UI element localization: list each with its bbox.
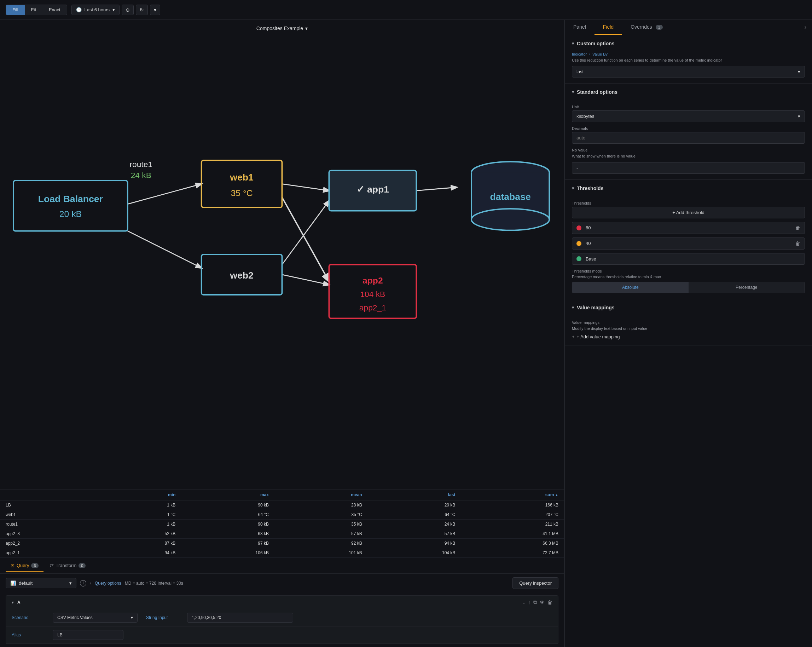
- right-panel-tabs: Panel Field Overrides 1 ›: [565, 20, 812, 35]
- threshold-percentage-btn[interactable]: Percentage: [688, 282, 805, 293]
- query-inspector-button[interactable]: Query inspector: [513, 577, 559, 589]
- cell-name: app2_1: [0, 548, 97, 558]
- svg-text:Load Balancer: Load Balancer: [38, 194, 103, 204]
- tab-transform[interactable]: ⇄ Transform 0: [45, 560, 91, 572]
- refresh-button[interactable]: ↻: [136, 5, 148, 15]
- thresholds-section: ▾ Thresholds Thresholds + Add threshold …: [565, 180, 812, 299]
- cell-sum: 41.1 MB: [461, 529, 564, 539]
- canvas-title: Composites Example ▾: [0, 20, 564, 37]
- value-mappings-header[interactable]: ▾ Value mappings: [565, 299, 812, 316]
- panel-tab-overrides[interactable]: Overrides 1: [622, 20, 671, 35]
- tab-query[interactable]: ⊡ Query 6: [6, 560, 44, 572]
- more-options-button[interactable]: ▾: [150, 5, 160, 15]
- query-a-delete[interactable]: 🗑: [548, 600, 553, 605]
- svg-rect-7: [14, 180, 128, 231]
- query-a-collapse-icon[interactable]: ▾: [12, 600, 14, 605]
- col-min-header[interactable]: min: [97, 489, 181, 500]
- custom-options-header[interactable]: ▾ Custom options: [565, 35, 812, 52]
- cell-sum: 211 kB: [461, 520, 564, 529]
- query-a-toggle-vis[interactable]: 👁: [540, 600, 545, 605]
- info-icon[interactable]: i: [80, 580, 86, 586]
- string-input-field[interactable]: [187, 613, 293, 623]
- cell-name: app2_3: [0, 529, 97, 539]
- transform-tab-icon: ⇄: [50, 563, 54, 568]
- svg-line-2: [282, 184, 329, 191]
- threshold-color-dot-60[interactable]: [577, 225, 582, 230]
- col-mean-header[interactable]: mean: [275, 489, 368, 500]
- cell-max: 106 kB: [181, 548, 275, 558]
- custom-options-title: Custom options: [577, 41, 615, 46]
- datasource-label: default: [19, 580, 32, 586]
- col-max-header[interactable]: max: [181, 489, 275, 500]
- custom-options-section: ▾ Custom options Indicator › Value By Us…: [565, 35, 812, 84]
- custom-options-chevron: ▾: [572, 41, 574, 46]
- query-a-scenario-row: Scenario CSV Metric Values ▾ String Inpu…: [6, 609, 558, 627]
- svg-text:web2: web2: [229, 270, 253, 281]
- query-a-duplicate[interactable]: ⧉: [533, 599, 537, 605]
- exact-button[interactable]: Exact: [43, 5, 67, 15]
- alias-input-field[interactable]: [53, 630, 124, 640]
- svg-line-3: [282, 197, 329, 281]
- time-picker[interactable]: 🕐 Last 6 hours ▾: [72, 5, 120, 15]
- panel-tab-label: Panel: [573, 24, 586, 30]
- svg-rect-17: [329, 171, 416, 211]
- threshold-color-dot-40[interactable]: [577, 241, 582, 246]
- value-mappings-description: Modify the display text based on input v…: [572, 326, 805, 331]
- query-a-header: ▾ A ↓ ↑ ⧉ 👁 🗑: [6, 596, 558, 609]
- zoom-out-button[interactable]: ⊖: [122, 5, 134, 15]
- panel-tab-field[interactable]: Field: [594, 20, 622, 35]
- network-diagram: Load Balancer 20 kB route1 24 kB web1 35…: [0, 20, 564, 489]
- col-name-header[interactable]: [0, 489, 97, 500]
- datasource-select[interactable]: 📊 default ▾: [6, 578, 76, 588]
- threshold-absolute-btn[interactable]: Absolute: [572, 282, 688, 293]
- col-sum-header[interactable]: sum: [461, 489, 564, 500]
- fill-button[interactable]: Fill: [6, 5, 25, 15]
- cell-mean: 35 kB: [275, 520, 368, 529]
- cell-name: app2_2: [0, 539, 97, 548]
- table-row: route1 1 kB 90 kB 35 kB 24 kB 211 kB: [0, 520, 564, 529]
- standard-options-header[interactable]: ▾ Standard options: [565, 84, 812, 101]
- svg-rect-15: [201, 254, 282, 295]
- table-row: app2_1 94 kB 106 kB 101 kB 104 kB 72.7 M…: [0, 548, 564, 558]
- decimals-input[interactable]: [572, 132, 805, 144]
- threshold-color-dot-base[interactable]: [577, 256, 582, 261]
- panel-tab-panel[interactable]: Panel: [565, 20, 594, 35]
- cell-min: 1 kB: [97, 520, 181, 529]
- threshold-delete-60[interactable]: 🗑: [795, 225, 800, 231]
- value-by-select[interactable]: last ▾: [572, 66, 805, 78]
- threshold-delete-40[interactable]: 🗑: [795, 241, 800, 246]
- add-threshold-button[interactable]: + Add threshold: [572, 207, 805, 219]
- table-row: LB 1 kB 90 kB 28 kB 20 kB 166 kB: [0, 500, 564, 510]
- col-last-header[interactable]: last: [368, 489, 461, 500]
- svg-point-27: [472, 209, 549, 230]
- threshold-value-40: 40: [586, 241, 791, 246]
- query-options-arrow: ›: [90, 581, 91, 586]
- cell-sum: 207 °C: [461, 510, 564, 520]
- value-mappings-title: Value mappings: [577, 305, 615, 310]
- cell-name: web1: [0, 510, 97, 520]
- svg-text:24 kB: 24 kB: [131, 171, 151, 180]
- chevron-down-icon: ▾: [305, 26, 308, 31]
- cell-mean: 92 kB: [275, 539, 368, 548]
- cell-name: route1: [0, 520, 97, 529]
- thresholds-header[interactable]: ▾ Thresholds: [565, 180, 812, 197]
- add-value-mapping-button[interactable]: + + Add value mapping: [572, 334, 805, 340]
- value-mappings-chevron: ▾: [572, 305, 574, 310]
- query-a-move-down[interactable]: ↓: [523, 600, 525, 605]
- standard-options-section: ▾ Standard options Unit kilobytes ▾ Deci…: [565, 84, 812, 179]
- svg-text:app2: app2: [362, 276, 383, 285]
- bottom-section: ⊡ Query 6 ⇄ Transform 0 📊 default ▾ i: [0, 558, 564, 647]
- threshold-mode-row: Thresholds mode Percentage means thresho…: [572, 269, 805, 293]
- scenario-value: CSV Metric Values: [57, 615, 93, 620]
- expand-panel-button[interactable]: ›: [799, 20, 812, 35]
- chevron-down-icon: ▾: [69, 580, 72, 586]
- bottom-tab-bar: ⊡ Query 6 ⇄ Transform 0: [0, 558, 564, 574]
- query-options-link[interactable]: Query options: [95, 581, 121, 586]
- fit-button[interactable]: Fit: [25, 5, 43, 15]
- threshold-value-base: Base: [586, 256, 800, 262]
- scenario-select[interactable]: CSV Metric Values ▾: [53, 613, 137, 623]
- unit-select[interactable]: kilobytes ▾: [572, 110, 805, 122]
- query-a-actions: ↓ ↑ ⧉ 👁 🗑: [523, 599, 553, 605]
- thresholds-chevron: ▾: [572, 186, 574, 191]
- query-a-move-up[interactable]: ↑: [528, 600, 531, 605]
